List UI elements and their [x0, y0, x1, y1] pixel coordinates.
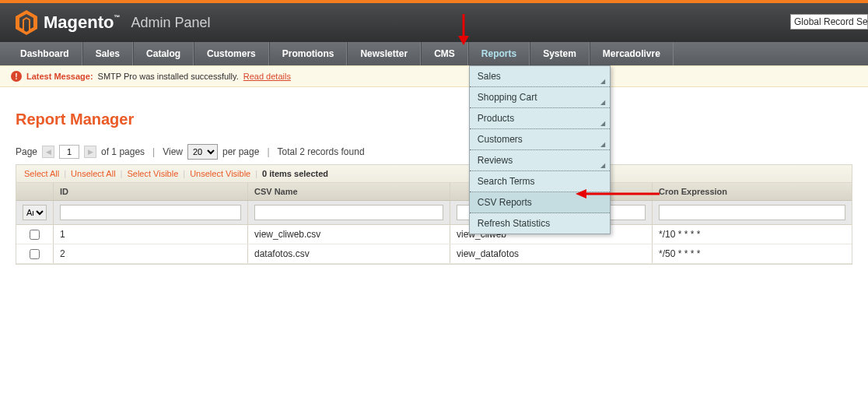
col-head-cron[interactable]: Cron Expression	[653, 183, 852, 200]
nav-reports-label: Reports	[481, 48, 516, 59]
content: Report Manager Page ◀ ▶ of 1 pages | Vie…	[0, 87, 868, 274]
col-head-csv-name[interactable]: CSV Name	[248, 183, 450, 200]
submenu-shopping-cart[interactable]: Shopping Cart◢	[470, 87, 610, 108]
total-records: Total 2 records found	[278, 146, 365, 157]
cell-cron: */10 * * * *	[653, 225, 852, 244]
unselect-all-link[interactable]: Unselect All	[71, 169, 115, 178]
table-row[interactable]: 1 view_cliweb.csv view_cliweb */10 * * *…	[16, 225, 852, 244]
nav-promotions[interactable]: Promotions	[269, 42, 348, 65]
submenu-reviews[interactable]: Reviews◢	[470, 150, 610, 171]
of-pages: of 1 pages	[101, 146, 145, 157]
brand-name: Magento™	[44, 12, 120, 33]
filter-check: Any	[16, 201, 54, 224]
nav-sales[interactable]: Sales	[82, 42, 133, 65]
filter-id-input[interactable]	[60, 205, 241, 220]
nav-dashboard[interactable]: Dashboard	[8, 42, 82, 65]
unselect-visible-link[interactable]: Unselect Visible	[190, 169, 250, 178]
col-head-id[interactable]: ID	[54, 183, 248, 200]
items-selected: 0 items selected	[262, 169, 328, 178]
main-nav: Dashboard Sales Catalog Customers Promot…	[0, 42, 868, 65]
col-head-check	[16, 183, 54, 200]
cell-csv-name: datafotos.csv	[248, 244, 450, 263]
notice-link[interactable]: Read details	[243, 72, 291, 81]
submenu-products[interactable]: Products◢	[470, 108, 610, 129]
global-search-input[interactable]: Global Record Se	[790, 14, 868, 30]
page-title: Report Manager	[16, 111, 852, 128]
nav-mercadolivre[interactable]: Mercadolivre	[590, 42, 674, 65]
cell-id: 1	[54, 225, 248, 244]
cell-cron: */50 * * * *	[653, 244, 852, 263]
grid: Select All | Unselect All | Select Visib…	[16, 164, 852, 265]
page-input[interactable]	[59, 145, 79, 159]
row-checkbox[interactable]	[30, 249, 40, 259]
submenu-customers[interactable]: Customers◢	[470, 129, 610, 150]
submenu-sales[interactable]: Sales◢	[470, 66, 610, 87]
nav-cms[interactable]: CMS	[421, 42, 468, 65]
table-row[interactable]: 2 datafotos.csv view_datafotos */50 * * …	[16, 244, 852, 264]
nav-system[interactable]: System	[530, 42, 590, 65]
row-checkbox[interactable]	[30, 230, 40, 240]
notice-bar: ! Latest Message: SMTP Pro was installed…	[0, 65, 868, 87]
submenu-search-terms[interactable]: Search Terms	[470, 171, 610, 192]
filter-cron-input[interactable]	[659, 205, 845, 220]
magento-logo-icon	[16, 10, 37, 35]
per-page-select[interactable]: 20	[187, 144, 218, 160]
submenu-csv-reports[interactable]: CSV Reports	[470, 192, 610, 213]
chevron-icon: ◢	[600, 120, 605, 127]
page-label: Page	[16, 146, 37, 157]
massaction-bar: Select All | Unselect All | Select Visib…	[16, 165, 852, 183]
nav-catalog[interactable]: Catalog	[133, 42, 194, 65]
logo: Magento™ Admin Panel	[16, 10, 211, 35]
filter-any-select[interactable]: Any	[23, 205, 47, 220]
chevron-icon: ◢	[600, 78, 605, 85]
notice-message: SMTP Pro was installed successfully.	[98, 72, 239, 81]
chevron-icon: ◢	[600, 99, 605, 106]
pager: Page ◀ ▶ of 1 pages | View 20 per page |…	[16, 144, 852, 160]
grid-header: ID CSV Name Cron Expression	[16, 183, 852, 201]
filter-csv-input[interactable]	[254, 205, 443, 220]
reports-submenu: Sales◢ Shopping Cart◢ Products◢ Customer…	[469, 65, 611, 234]
cell-view: view_datafotos	[450, 244, 653, 263]
submenu-refresh-statistics[interactable]: Refresh Statistics	[470, 213, 610, 234]
select-all-link[interactable]: Select All	[24, 169, 59, 178]
view-label: View	[163, 146, 183, 157]
select-visible-link[interactable]: Select Visible	[127, 169, 178, 178]
page-prev-button[interactable]: ◀	[42, 146, 54, 158]
alert-icon: !	[11, 71, 22, 82]
grid-filter-row: Any	[16, 201, 852, 225]
panel-label: Admin Panel	[131, 15, 210, 31]
header: Magento™ Admin Panel Global Record Se	[0, 3, 868, 42]
page-next-button[interactable]: ▶	[84, 146, 96, 158]
chevron-icon: ◢	[600, 141, 605, 148]
nav-customers[interactable]: Customers	[194, 42, 269, 65]
notice-label: Latest Message:	[26, 72, 93, 81]
per-page-label: per page	[222, 146, 259, 157]
cell-csv-name: view_cliweb.csv	[248, 225, 450, 244]
nav-newsletter[interactable]: Newsletter	[347, 42, 421, 65]
nav-reports[interactable]: Reports Sales◢ Shopping Cart◢ Products◢ …	[468, 42, 530, 65]
cell-id: 2	[54, 244, 248, 263]
chevron-icon: ◢	[600, 162, 605, 169]
